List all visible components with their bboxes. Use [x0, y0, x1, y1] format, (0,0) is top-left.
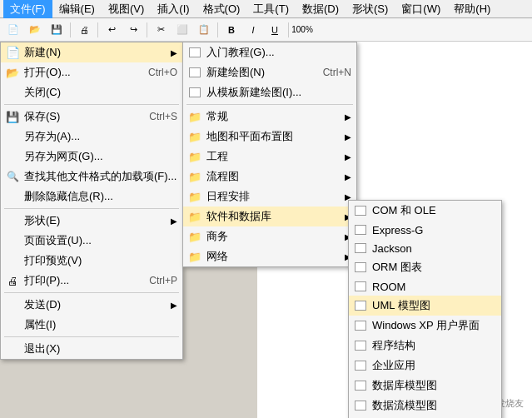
new-sub-maps[interactable]: 📁 地图和平面布置图 ▶: [183, 127, 356, 147]
toolbar-print[interactable]: 🖨: [74, 21, 94, 39]
sw-enterprise[interactable]: 企业应用: [349, 356, 501, 376]
toolbar-bold[interactable]: B: [221, 21, 241, 39]
menu-file[interactable]: 文件(F): [3, 0, 52, 18]
new-sub-network[interactable]: 📁 网络 ▶: [183, 246, 356, 266]
new-sub-business[interactable]: 📁 商务 ▶: [183, 226, 356, 246]
menu-item-deletehidden[interactable]: 删除隐藏信息(R)...: [1, 187, 182, 207]
new-submenu: 入门教程(G)... 新建绘图(N) Ctrl+N 从模板新建绘图(I)... …: [182, 42, 357, 267]
menu-item-printpreview[interactable]: 打印预览(V): [1, 251, 182, 271]
drawing-shortcut: Ctrl+N: [306, 67, 351, 78]
new-sub-template[interactable]: 从模板新建绘图(I)...: [183, 82, 356, 102]
saveweb-icon: [4, 148, 21, 165]
saveas-label: 另存为(A)...: [24, 129, 80, 144]
winxp-label: Windows XP 用户界面: [372, 318, 480, 333]
new-sep-1: [186, 104, 353, 105]
shape-icon: [4, 212, 21, 229]
orm-label: ORM 图表: [372, 260, 422, 275]
toolbar-undo[interactable]: ↩: [102, 21, 122, 39]
menu-shape[interactable]: 形状(S): [346, 0, 395, 18]
toolbar-copy[interactable]: ⬜: [172, 21, 192, 39]
dbmodel-label: 数据库模型图: [372, 378, 437, 393]
menu-item-send[interactable]: 发送(D) ▶: [1, 295, 182, 315]
print-label: 打印(P)...: [24, 273, 69, 288]
room-icon: [352, 278, 369, 295]
template-icon: [186, 84, 203, 101]
toolbar-redo[interactable]: ↪: [123, 21, 143, 39]
enterprise-icon: [352, 357, 369, 374]
deletehidden-label: 删除隐藏信息(R)...: [24, 189, 113, 204]
uml-label: UML 模型图: [372, 298, 430, 313]
general-folder-icon: 📁: [186, 108, 203, 125]
sched-folder-icon: 📁: [186, 188, 203, 205]
toolbar-open[interactable]: 📂: [25, 21, 45, 39]
room-label: ROOM: [372, 281, 405, 293]
menu-item-shape[interactable]: 形状(E) ▶: [1, 211, 182, 231]
toolbar-save[interactable]: 💾: [47, 21, 67, 39]
menu-item-pagesetup[interactable]: 页面设置(U)...: [1, 231, 182, 251]
menu-help[interactable]: 帮助(H): [447, 0, 497, 18]
deletehidden-icon: [4, 188, 21, 205]
sw-label: 软件和数据库: [206, 209, 271, 224]
main-area: 📄 新建(N) ▶ 📂 打开(O)... Ctrl+O 关闭(C) 💾 保存(S…: [0, 42, 532, 418]
new-sub-engineering[interactable]: 📁 工程 ▶: [183, 147, 356, 167]
printpreview-label: 打印预览(V): [24, 253, 82, 268]
new-sub-general[interactable]: 📁 常规 ▶: [183, 107, 356, 127]
menu-edit[interactable]: 编辑(E): [52, 0, 102, 18]
menu-window[interactable]: 窗口(W): [395, 0, 447, 18]
close-icon: [4, 84, 21, 101]
sw-program[interactable]: 程序结构: [349, 336, 501, 356]
menu-item-save[interactable]: 💾 保存(S) Ctrl+S: [1, 107, 182, 127]
findaddins-label: 查找其他文件格式的加载项(F)...: [24, 169, 177, 184]
menu-format[interactable]: 格式(O): [196, 0, 247, 18]
menu-item-print[interactable]: 🖨 打印(P)... Ctrl+P: [1, 271, 182, 291]
menu-item-findaddins[interactable]: 🔍 查找其他文件格式的加载项(F)...: [1, 167, 182, 187]
new-sub-schedule[interactable]: 📁 日程安排 ▶: [183, 187, 356, 207]
maps-label: 地图和平面布置图: [206, 129, 293, 144]
menu-tools[interactable]: 工具(T): [246, 0, 296, 18]
toolbar-italic[interactable]: I: [243, 21, 263, 39]
sw-dataflow[interactable]: 数据流模型图: [349, 396, 501, 416]
menu-item-new[interactable]: 📄 新建(N) ▶: [1, 42, 182, 62]
menu-item-open[interactable]: 📂 打开(O)... Ctrl+O: [1, 62, 182, 82]
menu-item-close[interactable]: 关闭(C): [1, 82, 182, 102]
sep-2: [4, 208, 179, 209]
sw-uml[interactable]: UML 模型图: [349, 296, 501, 316]
new-label: 新建(N): [24, 45, 61, 60]
net-label: 网络: [206, 249, 228, 264]
com-icon: [352, 202, 369, 219]
toolbar-underline[interactable]: U: [265, 21, 285, 39]
sw-room[interactable]: ROOM: [349, 277, 501, 296]
toolbar-sep-3: [147, 22, 147, 37]
toolbar-sep-5: [288, 22, 289, 37]
sw-com[interactable]: COM 和 OLE: [349, 201, 501, 221]
sw-winxp[interactable]: Windows XP 用户界面: [349, 316, 501, 336]
express-label: Express-G: [372, 224, 423, 236]
eng-label: 工程: [206, 149, 228, 164]
menu-item-properties[interactable]: 属性(I): [1, 315, 182, 335]
sw-express[interactable]: Express-G: [349, 221, 501, 239]
menu-item-saveweb[interactable]: 另存为网页(G)...: [1, 147, 182, 167]
menu-insert[interactable]: 插入(I): [151, 0, 196, 18]
sw-dbmodel[interactable]: 数据库模型图: [349, 376, 501, 396]
toolbar-zoom-in[interactable]: 100%: [292, 21, 312, 39]
general-arrow: ▶: [345, 112, 351, 122]
shape-arrow: ▶: [171, 216, 177, 226]
net-folder-icon: 📁: [186, 248, 203, 265]
toolbar-cut[interactable]: ✂: [151, 21, 171, 39]
new-sub-tutorial[interactable]: 入门教程(G)...: [183, 42, 356, 62]
sw-jackson[interactable]: Jackson: [349, 239, 501, 257]
open-icon: 📂: [4, 64, 21, 81]
toolbar-paste[interactable]: 📋: [194, 21, 214, 39]
menu-item-saveas[interactable]: 另存为(A)...: [1, 127, 182, 147]
menu-data[interactable]: 数据(D): [296, 0, 346, 18]
dataflow-icon: [352, 397, 369, 414]
new-sub-drawing[interactable]: 新建绘图(N) Ctrl+N: [183, 62, 356, 82]
menu-view[interactable]: 视图(V): [102, 0, 151, 18]
menu-item-exit[interactable]: 退出(X): [1, 339, 182, 359]
toolbar-new[interactable]: 📄: [3, 21, 23, 39]
new-sub-software[interactable]: 📁 软件和数据库 ▶: [183, 207, 356, 226]
winxp-icon: [352, 317, 369, 334]
open-shortcut: Ctrl+O: [132, 67, 177, 78]
sw-orm[interactable]: ORM 图表: [349, 257, 501, 277]
new-sub-flowchart[interactable]: 📁 流程图 ▶: [183, 167, 356, 187]
